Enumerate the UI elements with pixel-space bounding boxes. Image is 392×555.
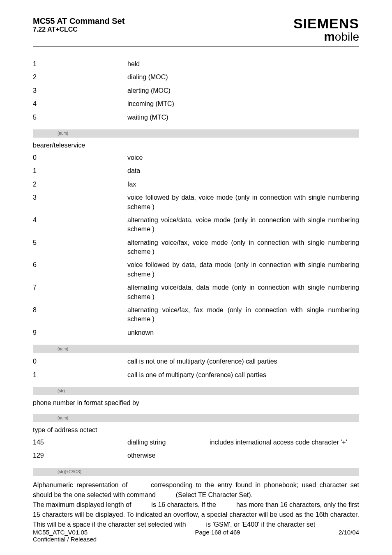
table-row: 6voice followed by data, data mode (only… xyxy=(33,260,359,279)
table-row: 8alternating voice/fax, fax mode (only i… xyxy=(33,306,359,324)
table-row: 145 dialling string includes internation… xyxy=(33,438,359,447)
table-row: 5alternating voice/fax, voice mode (only… xyxy=(33,238,359,257)
table-row: 4alternating voice/data, voice mode (onl… xyxy=(33,216,359,234)
table-row: 1data xyxy=(33,166,359,175)
table-row: 9unknown xyxy=(33,328,359,337)
param-bar-type: (num) xyxy=(33,414,359,422)
param-bar-mode: (num) xyxy=(33,129,359,138)
footer-left: MC55_ATC_V01.05 Confidential / Released xyxy=(33,529,97,543)
doc-title: MC55 AT Command Set xyxy=(33,16,125,26)
logo-mobile: mobile xyxy=(293,30,359,43)
bearer-value-list: 0voice 1data 2fax 3voice followed by dat… xyxy=(33,153,359,337)
title-block: MC55 AT Command Set 7.22 AT+CLCC xyxy=(33,16,125,33)
table-row: 7alternating voice/data, data mode (only… xyxy=(33,283,359,302)
footer-center: Page 168 of 469 xyxy=(195,529,240,543)
table-row: 3alerting (MOC) xyxy=(33,86,359,95)
page-header: MC55 AT Command Set 7.22 AT+CLCC SIEMENS… xyxy=(33,16,359,47)
doc-subtitle: 7.22 AT+CLCC xyxy=(33,26,125,33)
table-row: 0voice xyxy=(33,153,359,162)
bearer-heading: bearer/teleservice xyxy=(33,142,359,149)
type-value-list: 145 dialling string includes internation… xyxy=(33,438,359,461)
param-bar-mpty: (num) xyxy=(33,345,359,353)
table-row: 4incoming (MTC) xyxy=(33,99,359,108)
brand-logo: SIEMENS mobile xyxy=(293,16,359,43)
phone-number-note: phone number in format specified by xyxy=(33,399,359,407)
param-bar-alpha: (str)(+CSCS) xyxy=(33,468,359,476)
mpty-value-list: 0call is not one of multiparty (conferen… xyxy=(33,357,359,380)
footer-right: 2/10/04 xyxy=(339,529,359,543)
table-row: 0call is not one of multiparty (conferen… xyxy=(33,357,359,366)
table-row: 1call is one of multiparty (conference) … xyxy=(33,371,359,380)
alpha-paragraph: Alphanumeric representation of correspon… xyxy=(33,480,359,530)
table-row: 2fax xyxy=(33,180,359,189)
page-footer: MC55_ATC_V01.05 Confidential / Released … xyxy=(33,529,359,543)
table-row: 129 otherwise xyxy=(33,451,359,460)
logo-siemens: SIEMENS xyxy=(293,16,359,30)
type-heading: type of address octect xyxy=(33,426,359,434)
table-row: 3voice followed by data, voice mode (onl… xyxy=(33,193,359,212)
table-row: 5waiting (MTC) xyxy=(33,113,359,122)
stat-value-list: 1held 2dialing (MOC) 3alerting (MOC) 4in… xyxy=(33,60,359,122)
table-row: 2dialing (MOC) xyxy=(33,73,359,82)
param-bar-number: (str) xyxy=(33,387,359,395)
table-row: 1held xyxy=(33,60,359,69)
